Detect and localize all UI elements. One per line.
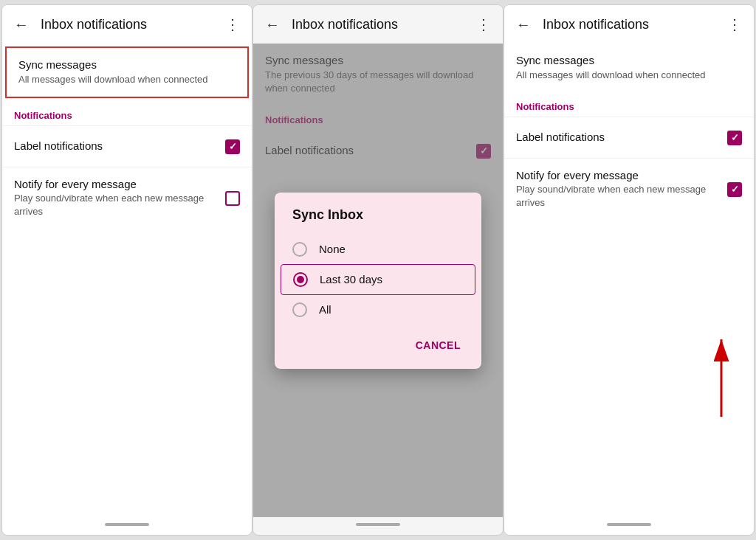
right-notify-every-checkmark: ✓: [731, 184, 739, 195]
middle-top-bar: ← Inbox notifications ⋮: [253, 5, 503, 44]
dialog-label-none: None: [319, 243, 346, 255]
right-title: Inbox notifications: [543, 17, 727, 32]
left-label-notifications-row[interactable]: Label notifications ✓: [2, 125, 252, 167]
dialog-radio-all: [292, 302, 307, 317]
middle-bottom-bar: [356, 523, 400, 526]
dialog-actions: CANCEL: [275, 325, 481, 363]
right-label-notifications-row[interactable]: Label notifications ✓: [504, 117, 754, 158]
dialog-option-all[interactable]: All: [275, 295, 481, 325]
dialog-option-none[interactable]: None: [275, 235, 481, 264]
left-label-notifications-checkbox[interactable]: ✓: [225, 139, 240, 154]
right-back-icon[interactable]: ←: [516, 16, 531, 33]
right-notify-every-checkbox[interactable]: ✓: [727, 182, 742, 197]
left-bottom-bar: [105, 523, 149, 526]
left-back-icon[interactable]: ←: [14, 16, 29, 33]
right-sync-subtitle: All messages will download when connecte…: [516, 69, 742, 82]
right-sync-title: Sync messages: [516, 54, 742, 66]
dialog-radio-last30: [293, 272, 308, 287]
dialog-radio-dot-last30: [297, 276, 304, 283]
right-bottom-indicator: [504, 517, 754, 535]
left-label-notifications-text: Label notifications: [14, 139, 225, 153]
left-notify-every-title: Notify for every message: [14, 178, 225, 190]
dialog-label-all: All: [319, 303, 331, 316]
middle-content-area: Sync messages The previous 30 days of me…: [253, 44, 503, 517]
sync-inbox-dialog: Sync Inbox None Last 30 days All CAN: [275, 193, 481, 369]
middle-more-icon[interactable]: ⋮: [476, 15, 491, 33]
red-arrow-indicator: [699, 332, 743, 420]
right-notify-every-text: Notify for every message Play sound/vibr…: [516, 169, 727, 210]
right-notifications-label: Notifications: [504, 92, 754, 117]
left-sync-row[interactable]: Sync messages All messages will download…: [5, 46, 249, 98]
right-sync-row[interactable]: Sync messages All messages will download…: [504, 44, 754, 92]
left-notifications-label: Notifications: [2, 101, 252, 125]
dialog-radio-none: [292, 242, 307, 257]
right-notify-every-title: Notify for every message: [516, 169, 727, 181]
left-panel: ← Inbox notifications ⋮ Sync messages Al…: [1, 4, 252, 536]
dialog-overlay[interactable]: Sync Inbox None Last 30 days All CAN: [253, 44, 503, 517]
left-notify-every-text: Notify for every message Play sound/vibr…: [14, 178, 225, 218]
right-notify-every-subtitle: Play sound/vibrate when each new message…: [516, 183, 727, 210]
right-bottom-bar: [607, 523, 651, 526]
right-more-icon[interactable]: ⋮: [727, 15, 742, 33]
dialog-label-last30: Last 30 days: [320, 273, 382, 285]
middle-back-icon[interactable]: ←: [265, 16, 280, 33]
left-sync-title: Sync messages: [18, 58, 236, 71]
left-top-bar: ← Inbox notifications ⋮: [2, 5, 252, 44]
middle-title: Inbox notifications: [292, 17, 476, 32]
left-notify-every-row[interactable]: Notify for every message Play sound/vibr…: [2, 167, 252, 229]
left-sync-subtitle: All messages will download when connecte…: [18, 73, 236, 86]
dialog-title: Sync Inbox: [275, 207, 481, 235]
dialog-cancel-button[interactable]: CANCEL: [407, 333, 470, 357]
left-more-icon[interactable]: ⋮: [225, 15, 240, 33]
dialog-option-last30[interactable]: Last 30 days: [281, 264, 475, 295]
left-label-notifications-title: Label notifications: [14, 139, 225, 152]
left-settings-content: Sync messages All messages will download…: [2, 44, 252, 517]
left-bottom-indicator: [2, 517, 252, 535]
left-notify-every-subtitle: Play sound/vibrate when each new message…: [14, 192, 225, 218]
right-panel: ← Inbox notifications ⋮ Sync messages Al…: [504, 4, 755, 536]
right-label-notifications-title: Label notifications: [516, 131, 727, 143]
middle-bottom-indicator: [253, 517, 503, 535]
middle-panel: ← Inbox notifications ⋮ Sync messages Th…: [252, 4, 504, 536]
left-title: Inbox notifications: [41, 17, 225, 32]
right-label-notifications-text: Label notifications: [516, 131, 727, 145]
right-settings-content: Sync messages All messages will download…: [504, 44, 754, 517]
right-notify-every-row[interactable]: Notify for every message Play sound/vibr…: [504, 158, 754, 220]
left-notify-every-checkbox[interactable]: [225, 191, 240, 206]
right-label-notifications-checkmark: ✓: [731, 132, 739, 143]
right-label-notifications-checkbox[interactable]: ✓: [727, 131, 742, 145]
left-label-notifications-checkmark: ✓: [229, 141, 237, 152]
right-top-bar: ← Inbox notifications ⋮: [504, 5, 754, 44]
